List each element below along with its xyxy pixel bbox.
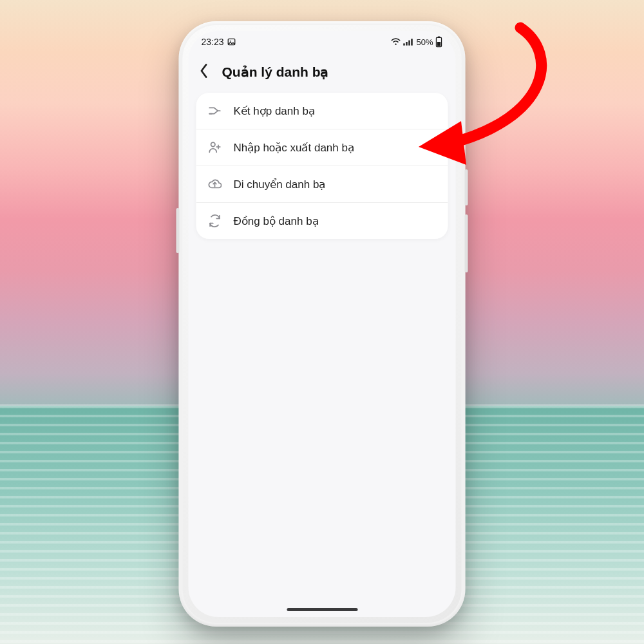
merge-icon: [208, 104, 222, 118]
settings-card: Kết hợp danh bạ Nhập hoặc xuất danh bạ D…: [196, 93, 448, 239]
side-button-1: [465, 169, 468, 205]
svg-rect-6: [411, 39, 412, 45]
menu-label: Kết hợp danh bạ: [234, 104, 315, 118]
power-button: [465, 214, 468, 272]
svg-point-1: [230, 41, 231, 42]
svg-rect-4: [406, 42, 407, 46]
status-bar: 23:23 50%: [189, 31, 456, 53]
status-time: 23:23: [202, 37, 224, 47]
svg-rect-8: [438, 36, 440, 37]
page-title: Quản lý danh bạ: [222, 64, 329, 80]
picture-icon: [227, 37, 236, 46]
svg-rect-5: [408, 41, 410, 46]
cloud-upload-icon: [208, 177, 222, 191]
battery-percent: 50%: [416, 37, 433, 47]
sync-icon: [208, 214, 222, 228]
home-indicator[interactable]: [287, 608, 357, 611]
person-plus-icon: [208, 140, 222, 155]
phone-frame: 23:23 50%: [179, 21, 466, 627]
svg-point-10: [211, 142, 215, 146]
screen-header: Quản lý danh bạ: [189, 53, 456, 90]
phone-screen: 23:23 50%: [189, 31, 456, 617]
menu-item-merge-contacts[interactable]: Kết hợp danh bạ: [196, 93, 448, 129]
signal-icon: [402, 38, 413, 46]
battery-icon: [435, 36, 443, 48]
chevron-left-icon: [199, 63, 209, 79]
menu-label: Nhập hoặc xuất danh bạ: [234, 141, 354, 155]
menu-label: Đồng bộ danh bạ: [234, 214, 319, 228]
wifi-icon: [390, 38, 401, 46]
svg-rect-9: [437, 42, 440, 46]
svg-point-2: [395, 43, 396, 44]
volume-button: [176, 208, 180, 253]
svg-rect-3: [403, 43, 404, 45]
back-button[interactable]: [195, 63, 213, 81]
menu-item-import-export-contacts[interactable]: Nhập hoặc xuất danh bạ: [196, 129, 448, 166]
menu-item-sync-contacts[interactable]: Đồng bộ danh bạ: [196, 202, 448, 239]
menu-item-move-contacts[interactable]: Di chuyển danh bạ: [196, 166, 448, 202]
menu-label: Di chuyển danh bạ: [234, 178, 326, 191]
